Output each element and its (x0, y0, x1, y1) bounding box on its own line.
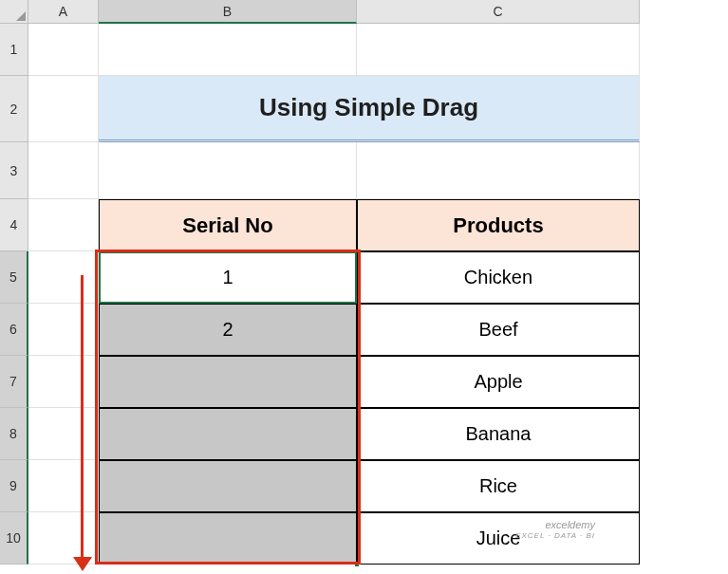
row-header-2[interactable]: 2 (0, 76, 28, 142)
cell-b3[interactable] (99, 142, 357, 199)
watermark-sub: EXCEL · DATA · BI (515, 531, 595, 541)
fill-handle[interactable] (354, 562, 360, 567)
row-header-3[interactable]: 3 (0, 142, 28, 199)
cell-b1[interactable] (99, 24, 357, 76)
cell-a3[interactable] (28, 142, 99, 199)
row-header-1[interactable]: 1 (0, 24, 28, 76)
header-serial[interactable]: Serial No (99, 199, 357, 251)
cell-a2[interactable] (28, 76, 99, 142)
cell-b7[interactable] (99, 356, 357, 408)
col-header-a[interactable]: A (28, 0, 99, 24)
cell-c7[interactable]: Apple (357, 356, 640, 408)
cell-b8[interactable] (99, 408, 357, 460)
cell-b10[interactable] (99, 512, 357, 565)
cell-a4[interactable] (28, 199, 99, 251)
cell-c1[interactable] (357, 24, 640, 76)
row-header-8[interactable]: 8 (0, 408, 28, 460)
cell-c5[interactable]: Chicken (357, 251, 640, 304)
cell-b5[interactable]: 1 (99, 251, 357, 304)
watermark-main: exceldemy (515, 519, 595, 531)
title-cell[interactable]: Using Simple Drag (99, 76, 640, 142)
spreadsheet-grid: A B C 1 2 Using Simple Drag 3 4 Serial N… (0, 0, 728, 565)
select-all-corner[interactable] (0, 0, 28, 24)
cell-b9[interactable] (99, 460, 357, 512)
cell-a7[interactable] (28, 356, 99, 408)
cell-a5[interactable] (28, 251, 99, 304)
cell-c9[interactable]: Rice (357, 460, 640, 512)
cell-c8[interactable]: Banana (357, 408, 640, 460)
cell-c10[interactable]: Juice (357, 512, 640, 565)
cell-a1[interactable] (28, 24, 99, 76)
cell-c6[interactable]: Beef (357, 304, 640, 356)
row-header-10[interactable]: 10 (0, 512, 28, 565)
row-header-6[interactable]: 6 (0, 304, 28, 356)
cell-a6[interactable] (28, 304, 99, 356)
cell-c3[interactable] (357, 142, 640, 199)
cell-b6[interactable]: 2 (99, 304, 357, 356)
cell-a8[interactable] (28, 408, 99, 460)
row-header-4[interactable]: 4 (0, 199, 28, 251)
watermark: exceldemy EXCEL · DATA · BI (515, 519, 595, 541)
drag-arrow-icon (81, 275, 84, 560)
header-products[interactable]: Products (357, 199, 640, 251)
row-header-7[interactable]: 7 (0, 356, 28, 408)
cell-a9[interactable] (28, 460, 99, 512)
col-header-c[interactable]: C (357, 0, 640, 24)
row-header-9[interactable]: 9 (0, 460, 28, 512)
row-header-5[interactable]: 5 (0, 251, 28, 304)
col-header-b[interactable]: B (99, 0, 357, 24)
